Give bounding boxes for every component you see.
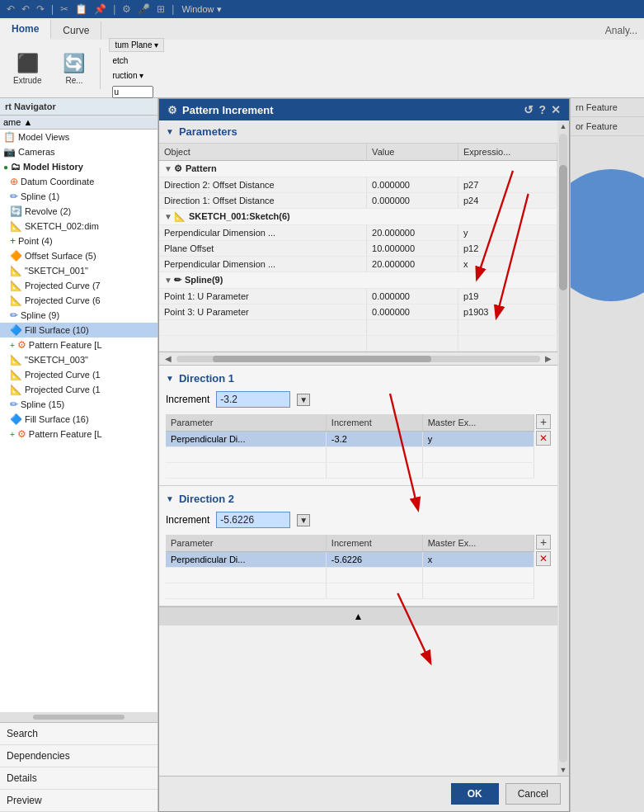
cell-perp-dim2-label: Perpendicular Dimension ...: [159, 257, 367, 272]
row-point3-u[interactable]: Point 3: U Parameter 0.000000 p1903: [159, 304, 557, 320]
row-point1-u[interactable]: Point 1: U Parameter 0.000000 p19: [159, 289, 557, 304]
dialog-refresh-btn[interactable]: ↺: [524, 103, 534, 116]
group-sketch001[interactable]: ▼📐SKETCH_001:Sketch(6): [159, 209, 557, 225]
tree-item-pattern-l2[interactable]: + ⚙ Pattern Feature [L: [0, 427, 157, 441]
dir1-increment-input[interactable]: [216, 391, 290, 408]
left-bottom-preview[interactable]: Preview: [0, 790, 157, 812]
paste-icon[interactable]: 📌: [92, 3, 108, 15]
tree-icon-spline9: ✏: [10, 309, 18, 321]
tree-item-cameras[interactable]: 📷 Cameras: [0, 144, 157, 159]
ribbon-sep: [100, 48, 101, 89]
direction1-table-wrap: Parameter Increment Master Ex... Perpend…: [166, 414, 551, 482]
tree-label-model-history: Model History: [23, 162, 83, 172]
tree-item-model-views[interactable]: 📋 Model Views: [0, 130, 157, 144]
group-spline9[interactable]: ▼✏Spline(9): [159, 272, 557, 289]
row-perp-dim1[interactable]: Perpendicular Dimension ... 20.000000 y: [159, 225, 557, 241]
tree-item-model-history[interactable]: ● 🗂 Model History: [0, 159, 157, 174]
left-scrollbar[interactable]: [0, 712, 157, 722]
direction1-header[interactable]: ▼ Direction 1: [166, 372, 551, 385]
dir1-data-row-0[interactable]: Perpendicular Di... -3.2 y: [166, 432, 534, 447]
dir1-increment-dropdown[interactable]: ▼: [297, 394, 310, 406]
left-bottom-panel: Search Dependencies Details Preview: [0, 722, 157, 812]
dialog-help-btn[interactable]: ?: [538, 103, 546, 116]
tab-curve[interactable]: Curve: [51, 21, 101, 40]
vscroll-up-btn[interactable]: ▲: [560, 120, 567, 132]
row-perp-dim2[interactable]: Perpendicular Dimension ... 20.000000 x: [159, 257, 557, 272]
cancel-button[interactable]: Cancel: [505, 783, 561, 805]
tree-item-projcurve1b[interactable]: 📐 Projected Curve (1: [0, 382, 157, 397]
tree-item-fill10[interactable]: 🔷 Fill Surface (10): [0, 323, 157, 338]
dir1-remove-btn[interactable]: ✕: [536, 431, 551, 446]
tree-icon-projcurve7: 📐: [10, 280, 22, 291]
tree-item-spline9[interactable]: ✏ Spline (9): [0, 308, 157, 323]
extrude-button[interactable]: ⬛ Extrude: [7, 50, 48, 88]
group-pattern-label: Pattern: [186, 163, 217, 173]
microphone-icon[interactable]: 🎤: [136, 3, 152, 15]
params-h-scrollbar[interactable]: ◀ ▶: [159, 352, 557, 365]
tree-item-spline15[interactable]: ✏ Spline (15): [0, 397, 157, 412]
parameters-toggle: ▼: [166, 127, 174, 136]
hscroll-right-btn[interactable]: ▶: [543, 354, 554, 363]
left-bottom-details[interactable]: Details: [0, 767, 157, 790]
row-dir1-offset[interactable]: Direction 1: Offset Distance 0.000000 p2…: [159, 193, 557, 209]
row-dir2-offset[interactable]: Direction 2: Offset Distance 0.000000 p2…: [159, 177, 557, 193]
u-field[interactable]: [109, 84, 164, 100]
tree-label-sketch003: "SKETCH_003": [25, 355, 88, 365]
undo-icon[interactable]: ↶: [5, 3, 16, 15]
tree-item-fill16[interactable]: 🔷 Fill Surface (16): [0, 412, 157, 427]
tree-item-offset[interactable]: 🔶 Offset Surface (5): [0, 248, 157, 263]
plane-dropdown[interactable]: tum Plane ▾: [109, 38, 164, 52]
group-pattern[interactable]: ▼⚙Pattern: [159, 161, 557, 177]
dir2-empty2: [166, 583, 534, 599]
right-panel-item-0[interactable]: rn Feature: [571, 98, 644, 117]
tree-item-sketch003[interactable]: 📐 "SKETCH_003": [0, 352, 157, 367]
tree-item-projcurve1a[interactable]: 📐 Projected Curve (1: [0, 367, 157, 382]
direction1-title: Direction 1: [179, 372, 234, 385]
tree-item-sketch002[interactable]: 📐 SKETCH_002:dim: [0, 219, 157, 234]
copy-icon[interactable]: 📋: [73, 3, 89, 15]
tree-item-sketch001[interactable]: 📐 "SKETCH_001": [0, 263, 157, 278]
dir2-increment-input[interactable]: [216, 512, 290, 528]
col-name[interactable]: ame ▲: [3, 117, 154, 127]
hscroll-left-btn[interactable]: ◀: [162, 354, 174, 363]
redo-icon[interactable]: ↷: [35, 3, 46, 15]
tree-icon-sketch003: 📐: [10, 354, 22, 366]
dir2-increment-dropdown[interactable]: ▼: [297, 514, 310, 526]
tree-item-point4[interactable]: + Point (4): [0, 234, 157, 248]
vscroll-down-btn[interactable]: ▼: [560, 764, 567, 776]
dialog-v-scrollbar[interactable]: ▲ ▼: [557, 120, 569, 776]
construction-dropdown[interactable]: ruction ▾: [109, 69, 164, 82]
parameters-header[interactable]: ▼ Parameters: [159, 120, 557, 144]
right-panel-item-1[interactable]: or Feature: [571, 117, 644, 136]
undo2-icon[interactable]: ↶: [20, 3, 31, 15]
tree-icon-sketch002: 📐: [10, 220, 22, 232]
tree-label-model-views: Model Views: [18, 132, 69, 142]
settings-icon[interactable]: ⚙: [120, 3, 133, 15]
window-menu[interactable]: Window ▾: [179, 3, 223, 16]
tree-item-datum[interactable]: ⊕ Datum Coordinate: [0, 174, 157, 189]
left-bottom-search[interactable]: Search: [0, 723, 157, 745]
left-bottom-dependencies[interactable]: Dependencies: [0, 745, 157, 767]
dialog-close-btn[interactable]: ✕: [551, 103, 561, 116]
row-plane-offset[interactable]: Plane Offset 10.000000 p12: [159, 241, 557, 257]
snap-icon[interactable]: ⊞: [155, 3, 167, 15]
tree-label-fill16: Fill Surface (16): [25, 414, 89, 424]
tree-item-spline1[interactable]: ✏ Spline (1): [0, 189, 157, 204]
tab-home[interactable]: Home: [0, 20, 51, 40]
tree-item-revolve[interactable]: 🔄 Revolve (2): [0, 204, 157, 219]
tree-item-projcurve6[interactable]: 📐 Projected Curve (6: [0, 293, 157, 308]
dir1-add-btn[interactable]: +: [536, 414, 551, 429]
direction2-header[interactable]: ▼ Direction 2: [166, 493, 551, 505]
tree-item-pattern-l1[interactable]: + ⚙ Pattern Feature [L: [0, 338, 157, 352]
dialog-footer: OK Cancel: [159, 776, 569, 811]
cell-plane-offset-label: Plane Offset: [159, 241, 367, 257]
sketch-item[interactable]: etch: [109, 54, 164, 67]
tree-item-projcurve7[interactable]: 📐 Projected Curve (7: [0, 278, 157, 293]
revolve-button[interactable]: 🔄 Re...: [56, 50, 92, 88]
dir2-add-btn[interactable]: +: [536, 535, 551, 550]
dir2-data-row-0[interactable]: Perpendicular Di... -5.6226 x: [166, 552, 534, 568]
cut-icon[interactable]: ✂: [59, 3, 70, 15]
dir2-remove-btn[interactable]: ✕: [536, 551, 551, 566]
dialog-gear-icon: ⚙: [167, 104, 177, 116]
ok-button[interactable]: OK: [451, 783, 499, 805]
